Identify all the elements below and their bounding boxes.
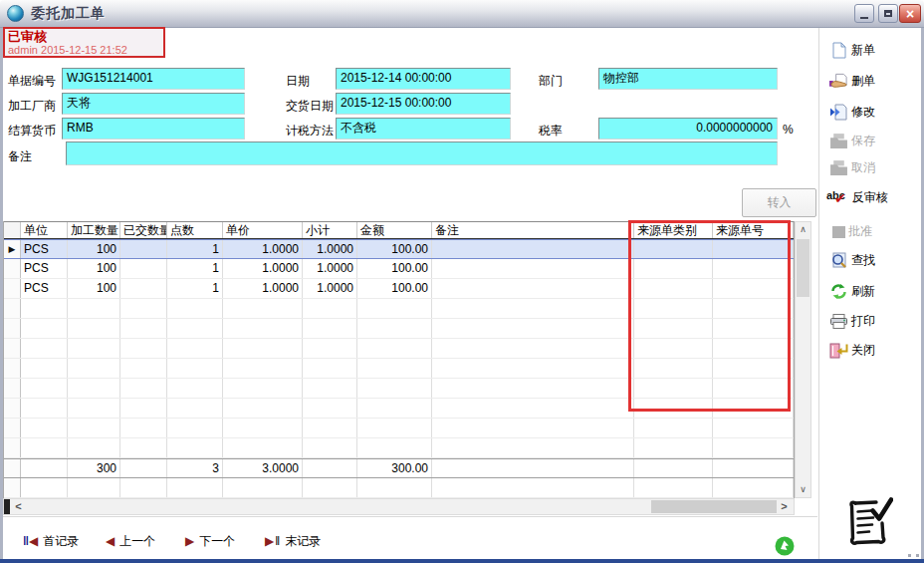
- grid-cell[interactable]: 1.0000: [223, 279, 303, 298]
- grid-cell[interactable]: 100: [68, 259, 120, 278]
- grid-cell[interactable]: [68, 419, 120, 437]
- grid-cell[interactable]: [21, 359, 68, 378]
- grid-cell[interactable]: [68, 299, 120, 318]
- grid-cell[interactable]: [120, 319, 167, 338]
- grid-cell[interactable]: [167, 419, 223, 437]
- grid-cell[interactable]: [167, 379, 223, 398]
- date-field[interactable]: 2015-12-14 00:00:00: [336, 68, 511, 90]
- grid-column-header[interactable]: 备注: [432, 222, 634, 238]
- grid-cell[interactable]: [68, 379, 120, 398]
- grid-cell[interactable]: 1: [167, 279, 223, 298]
- grid-empty-row[interactable]: [4, 359, 794, 379]
- vendor-field[interactable]: 天将: [62, 93, 245, 115]
- grid-cell[interactable]: [432, 279, 634, 298]
- grid-cell[interactable]: [21, 299, 68, 318]
- grid-cell[interactable]: [167, 339, 223, 358]
- grid-cell[interactable]: PCS: [21, 240, 68, 258]
- grid-cell[interactable]: [713, 279, 794, 298]
- scrollbar-split-mark[interactable]: [4, 499, 10, 514]
- grid-cell[interactable]: [713, 419, 794, 437]
- grid-cell[interactable]: [432, 419, 634, 437]
- grid-cell[interactable]: [432, 240, 634, 258]
- grid-cell[interactable]: [120, 379, 167, 398]
- doc-no-field[interactable]: WJG151214001: [62, 68, 245, 90]
- grid-column-header[interactable]: 单价: [223, 222, 303, 238]
- titlebar[interactable]: 委托加工单 ×: [0, 0, 924, 28]
- grid-cell[interactable]: [223, 319, 303, 338]
- grid-cell[interactable]: [713, 299, 794, 318]
- grid-column-header[interactable]: 单位: [21, 222, 68, 238]
- grid-cell[interactable]: [68, 478, 120, 497]
- grid-cell[interactable]: PCS: [21, 259, 68, 278]
- grid-cell[interactable]: [21, 459, 68, 477]
- grid-cell[interactable]: [21, 419, 68, 437]
- grid-cell[interactable]: [223, 438, 303, 457]
- grid-cell[interactable]: [303, 438, 357, 457]
- grid-column-header[interactable]: 点数: [167, 222, 223, 238]
- grid-cell[interactable]: 3.0000: [223, 459, 303, 477]
- grid-cell[interactable]: [357, 438, 432, 457]
- grid-cell[interactable]: [21, 379, 68, 398]
- grid-cell[interactable]: [223, 419, 303, 437]
- grid-cell[interactable]: [432, 478, 634, 497]
- grid-empty-row[interactable]: [4, 399, 794, 419]
- grid-cell[interactable]: [68, 319, 120, 338]
- grid-column-header[interactable]: 金额: [357, 222, 432, 238]
- close-window-button[interactable]: ×: [899, 4, 921, 23]
- grid-cell[interactable]: [303, 419, 357, 437]
- grid-empty-row[interactable]: [4, 379, 794, 399]
- grid-cell[interactable]: [21, 319, 68, 338]
- grid-column-header[interactable]: 来源单类别: [634, 222, 713, 238]
- remark-field[interactable]: [66, 141, 778, 165]
- grid-cell[interactable]: [303, 459, 357, 477]
- grid-cell[interactable]: [167, 478, 223, 497]
- grid-cell[interactable]: [21, 339, 68, 358]
- grid-cell[interactable]: [120, 240, 167, 258]
- grid-cell[interactable]: [357, 339, 432, 358]
- grid-cell[interactable]: [634, 279, 713, 298]
- grid-cell[interactable]: [357, 419, 432, 437]
- grid-cell[interactable]: [634, 459, 713, 477]
- grid-cell[interactable]: 100: [68, 240, 120, 258]
- sidebar-print-button[interactable]: 打印: [829, 311, 875, 331]
- grid-cell[interactable]: 1: [167, 240, 223, 258]
- department-field[interactable]: 物控部: [598, 68, 778, 90]
- grid-cell[interactable]: 100: [68, 279, 120, 298]
- grid-cell[interactable]: [432, 339, 634, 358]
- grid-cell[interactable]: [634, 379, 713, 398]
- grid-cell[interactable]: [357, 478, 432, 497]
- grid-cell[interactable]: 100.00: [357, 279, 432, 298]
- grid-cell[interactable]: [223, 399, 303, 418]
- grid-cell[interactable]: [303, 478, 357, 497]
- grid-cell[interactable]: PCS: [21, 279, 68, 298]
- grid-cell[interactable]: 1.0000: [303, 279, 357, 298]
- grid-total-row[interactable]: 30033.0000300.00: [4, 458, 794, 478]
- grid-cell[interactable]: [357, 379, 432, 398]
- grid-cell[interactable]: [357, 319, 432, 338]
- grid-cell[interactable]: [634, 399, 713, 418]
- grid-cell[interactable]: [68, 339, 120, 358]
- grid-cell[interactable]: [303, 299, 357, 318]
- grid-cell[interactable]: [120, 438, 167, 457]
- grid-column-header[interactable]: 加工数量: [68, 222, 120, 238]
- detail-grid[interactable]: 单位加工数量已交数量点数单价小计金额备注来源单类别来源单号 ▶PCS10011.…: [3, 221, 795, 498]
- resize-grip[interactable]: [916, 554, 919, 557]
- grid-cell[interactable]: [432, 379, 634, 398]
- grid-cell[interactable]: [634, 478, 713, 497]
- grid-cell[interactable]: [634, 419, 713, 437]
- grid-cell[interactable]: [713, 459, 794, 477]
- grid-cell[interactable]: [634, 299, 713, 318]
- sidebar-modify-button[interactable]: 修改: [829, 102, 875, 122]
- grid-cell[interactable]: [303, 399, 357, 418]
- grid-cell[interactable]: [120, 299, 167, 318]
- grid-cell[interactable]: 1.0000: [303, 240, 357, 258]
- grid-cell[interactable]: [303, 339, 357, 358]
- grid-cell[interactable]: [713, 339, 794, 358]
- grid-cell[interactable]: [303, 319, 357, 338]
- transfer-in-button[interactable]: 转入: [742, 188, 816, 217]
- grid-cell[interactable]: [432, 438, 634, 457]
- grid-cell[interactable]: [120, 279, 167, 298]
- grid-cell[interactable]: [303, 359, 357, 378]
- sidebar-delete-button[interactable]: 删单: [829, 71, 875, 91]
- grid-row[interactable]: PCS10011.00001.0000100.00: [4, 279, 794, 299]
